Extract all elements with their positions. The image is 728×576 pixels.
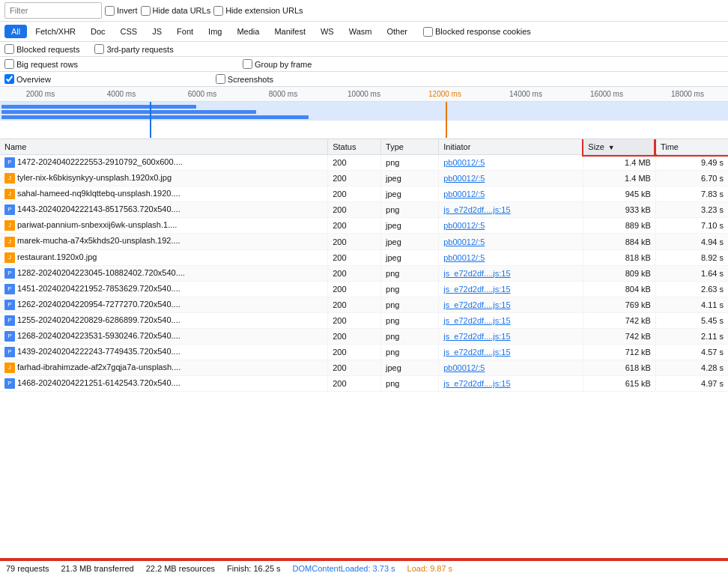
filter-btn-font[interactable]: Font [170, 25, 200, 38]
initiator-link[interactable]: js_e72d2df....js:15 [443, 205, 510, 214]
hide-data-urls-text: Hide data URLs [153, 6, 211, 15]
load-time: Load: 9.87 s [407, 564, 453, 573]
initiator-link[interactable]: js_e72d2df....js:15 [443, 379, 510, 388]
cell-status: 200 [328, 329, 381, 345]
filter-input[interactable] [4, 2, 102, 19]
screenshots-checkbox[interactable] [216, 74, 225, 84]
overview-label[interactable]: Overview [4, 74, 51, 84]
table-row[interactable]: P1472-20240402222553-2910792_600x600....… [0, 155, 728, 171]
cell-name: Jpariwat-pannium-snbexxij6wk-unsplash.1.… [0, 218, 328, 234]
table-row[interactable]: P1268-20240204223531-5930246.720x540....… [0, 329, 728, 345]
table-row[interactable]: P1468-20240204221251-6142543.720x540....… [0, 376, 728, 392]
table-row[interactable]: P1451-20240204221952-7853629.720x540....… [0, 281, 728, 297]
cell-type: jpeg [381, 171, 439, 187]
blocked-response-cookies-checkbox[interactable] [423, 27, 433, 37]
col-header-size[interactable]: Size ▼ [583, 139, 656, 155]
filter-btn-doc[interactable]: Doc [84, 25, 112, 38]
cell-status: 200 [328, 187, 381, 202]
third-party-requests-checkbox[interactable] [94, 44, 104, 54]
filter-btn-img[interactable]: Img [201, 25, 228, 38]
table-row[interactable]: Jsahal-hameed-nq9klqttebq-unsplash.1920.… [0, 187, 728, 202]
cell-type: jpeg [381, 218, 439, 234]
resources-size: 22.2 MB resources [146, 564, 215, 573]
filter-btn-media[interactable]: Media [230, 25, 266, 38]
initiator-link[interactable]: pb00012/:5 [443, 363, 485, 372]
table-scroll-area[interactable]: Name Status Type Initiator Size ▼ Time P… [0, 139, 728, 560]
cell-time: 4.97 s [655, 376, 728, 392]
cell-status: 200 [328, 218, 381, 234]
group-by-frame-label[interactable]: Group by frame [243, 59, 312, 69]
table-row[interactable]: P1255-20240204220829-6286899.720x540....… [0, 312, 728, 328]
initiator-link[interactable]: pb00012/:5 [443, 253, 485, 262]
table-row[interactable]: Jpariwat-pannium-snbexxij6wk-unsplash.1.… [0, 218, 728, 234]
initiator-link[interactable]: js_e72d2df....js:15 [443, 332, 510, 341]
initiator-link[interactable]: js_e72d2df....js:15 [443, 285, 510, 294]
big-request-rows-checkbox[interactable] [4, 59, 14, 69]
resource-icon: P [4, 284, 15, 294]
tick-3: 8000 ms [243, 90, 324, 101]
resource-icon: J [4, 252, 15, 263]
initiator-link[interactable]: js_e72d2df....js:15 [443, 269, 510, 278]
cell-name: P1472-20240402222553-2910792_600x600.... [0, 155, 328, 171]
dom-content-loaded: DOMContentLoaded: 3.73 s [293, 564, 395, 573]
cell-name: P1451-20240204221952-7853629.720x540.... [0, 281, 328, 297]
table-row[interactable]: P1439-20240204222243-7749435.720x540....… [0, 345, 728, 360]
hide-data-urls-checkbox[interactable] [141, 6, 151, 16]
third-party-requests-label[interactable]: 3rd-party requests [94, 44, 173, 54]
filter-btn-all[interactable]: All [4, 25, 27, 38]
initiator-link[interactable]: pb00012/:5 [443, 158, 485, 167]
cell-initiator: js_e72d2df....js:15 [439, 345, 583, 360]
cell-type: jpeg [381, 360, 439, 376]
table-row[interactable]: Jrestaurant.1920x0.jpg 200 jpeg pb00012/… [0, 249, 728, 265]
invert-checkbox-label[interactable]: Invert [105, 6, 138, 16]
cell-time: 2.11 s [655, 329, 728, 345]
cell-type: png [381, 297, 439, 312]
initiator-link[interactable]: pb00012/:5 [443, 221, 485, 230]
filter-btn-other[interactable]: Other [380, 25, 414, 38]
cell-time: 4.28 s [655, 360, 728, 376]
initiator-link[interactable]: js_e72d2df....js:15 [443, 316, 510, 325]
filter-btn-ws[interactable]: WS [314, 25, 341, 38]
group-by-frame-checkbox[interactable] [243, 59, 252, 69]
initiator-link[interactable]: pb00012/:5 [443, 190, 485, 198]
col-header-status[interactable]: Status [328, 139, 381, 155]
filter-btn-js[interactable]: JS [145, 25, 169, 38]
blocked-requests-label[interactable]: Blocked requests [4, 44, 79, 54]
col-header-name[interactable]: Name [0, 139, 328, 155]
col-header-type[interactable]: Type [381, 139, 439, 155]
table-row[interactable]: P1262-20240204220954-7277270.720x540....… [0, 297, 728, 312]
blocked-requests-checkbox[interactable] [4, 44, 14, 54]
filter-btn-wasm[interactable]: Wasm [342, 25, 379, 38]
initiator-link[interactable]: js_e72d2df....js:15 [443, 348, 510, 357]
col-header-time[interactable]: Time [655, 139, 728, 155]
cell-size: 712 kB [583, 345, 656, 360]
big-request-rows-label[interactable]: Big request rows [4, 59, 78, 69]
filter-btn-css[interactable]: CSS [114, 25, 145, 38]
invert-checkbox[interactable] [105, 6, 115, 16]
initiator-link[interactable]: js_e72d2df....js:15 [443, 300, 510, 309]
table-row[interactable]: P1282-20240204223045-10882402.720x540...… [0, 265, 728, 281]
screenshots-label[interactable]: Screenshots [216, 74, 273, 84]
cell-status: 200 [328, 234, 381, 249]
table-row[interactable]: Jtyler-nix-k6bkisynkyy-unsplash.1920x0.j… [0, 171, 728, 187]
hide-extension-urls-label[interactable]: Hide extension URLs [213, 6, 303, 16]
hide-extension-urls-checkbox[interactable] [213, 6, 223, 16]
transferred-size: 21.3 MB transferred [61, 564, 133, 573]
cell-name: P1468-20240204221251-6142543.720x540.... [0, 376, 328, 392]
hide-data-urls-label[interactable]: Hide data URLs [141, 6, 211, 16]
cell-size: 933 kB [583, 202, 656, 218]
table-row[interactable]: Jmarek-mucha-a74x5khds20-unsplash.192...… [0, 234, 728, 249]
initiator-link[interactable]: pb00012/:5 [443, 237, 485, 246]
table-row[interactable]: P1443-20240204222143-8517563.720x540....… [0, 202, 728, 218]
resource-icon: P [4, 204, 15, 215]
table-row[interactable]: Jfarhad-ibrahimzade-af2x7gqja7a-unsplash… [0, 360, 728, 376]
filter-btn-manifest[interactable]: Manifest [267, 25, 312, 38]
resource-icon: J [4, 237, 15, 247]
initiator-link[interactable]: pb00012/:5 [443, 174, 485, 183]
overview-checkbox[interactable] [4, 74, 14, 84]
col-header-initiator[interactable]: Initiator [439, 139, 583, 155]
cell-time: 9.49 s [655, 155, 728, 171]
cell-size: 809 kB [583, 265, 656, 281]
filter-btn-fetch-xhr[interactable]: Fetch/XHR [28, 25, 82, 38]
blocked-response-cookies-label[interactable]: Blocked response cookies [423, 27, 531, 37]
